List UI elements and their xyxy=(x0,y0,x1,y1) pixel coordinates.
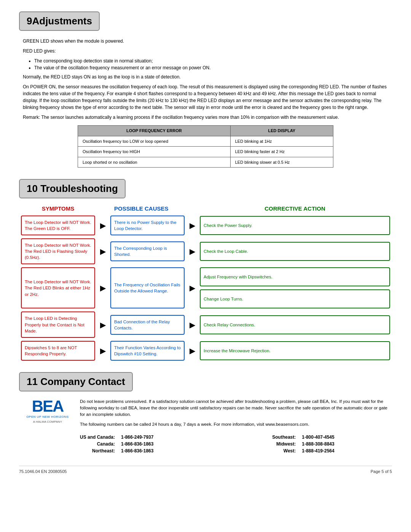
halma-text: A HALMA COMPANY xyxy=(33,420,62,423)
arrow-1b: ▶ xyxy=(185,221,200,230)
phone-label-ca: Canada: xyxy=(23,441,118,447)
company-para1: Do not leave problems unresolved. If a s… xyxy=(80,398,388,418)
table-row: Oscillation frequency too HIGH LED blink… xyxy=(78,147,333,157)
red-led-bullet-2: The value of the oscillation frequency m… xyxy=(34,64,388,71)
arrow-4b: ▶ xyxy=(185,320,200,329)
table-cell: LED blinking faster at 2 Hz xyxy=(230,147,333,157)
arrow-2a: ▶ xyxy=(95,247,110,256)
correction-box-3b: Change Loop Turns. xyxy=(200,289,390,308)
phone-label-se: Southeast: xyxy=(230,434,299,441)
correction-box-1: Check the Power Supply. xyxy=(200,216,390,235)
table-cell: LED blinking slower at 0.5 Hz xyxy=(230,157,333,168)
symptom-box-1: The Loop Detector will NOT Work. The Gre… xyxy=(21,216,95,235)
red-led-bullets: The corresponding loop detection state i… xyxy=(34,58,388,71)
phone-label-mw: Midwest: xyxy=(230,441,299,447)
phone-row: Northeast: 1-866-836-1863 West: 1-888-41… xyxy=(23,447,388,454)
section-11: 11 Company Contact BEA OPEN UP NEW HORIZ… xyxy=(19,372,392,454)
phone-number-west: 1-888-419-2564 xyxy=(299,447,388,454)
company-top: BEA OPEN UP NEW HORIZONS A HALMA COMPANY… xyxy=(23,398,388,428)
cause-box-4: Bad Connection of the Relay Contacts. xyxy=(110,315,185,335)
correction-header: CORRECTIVE ACTION xyxy=(200,205,390,212)
cause-box-3: The Frequency of Oscillation Fails Outsi… xyxy=(110,267,185,308)
troubleshooting-content: SYMPTOMS POSSIBLE CAUSES CORRECTIVE ACTI… xyxy=(19,205,392,361)
arrow-4a: ▶ xyxy=(95,320,110,329)
symptom-box-5: Dipswiches 5 to 8 are NOT Responding Pro… xyxy=(21,341,95,361)
section-11-header: 11 Company Contact xyxy=(19,372,133,391)
phone-number-ne: 1-866-836-1863 xyxy=(118,447,207,454)
table-row: Oscillation frequency too LOW or loop op… xyxy=(78,136,333,147)
symptom-box-3: The Loop Detector will NOT Work. The Red… xyxy=(21,267,95,308)
symptoms-header: SYMPTOMS xyxy=(21,205,95,212)
arrow-spacer-1 xyxy=(95,205,110,212)
symptom-box-4: The Loop LED is Detecting Properly but t… xyxy=(21,312,95,337)
table-cell: Loop shorted or no oscillation xyxy=(78,157,231,168)
red-led-bullet-1: The corresponding loop detection state i… xyxy=(34,58,388,64)
phone-number-se: 1-800-407-4545 xyxy=(299,434,388,441)
phone-row: Canada: 1-866-836-1863 Midwest: 1-888-30… xyxy=(23,441,388,447)
trouble-row-5: Dipswiches 5 to 8 are NOT Responding Pro… xyxy=(21,341,390,361)
correction-box-3a: Adjust Frequency with Dipswitches. xyxy=(200,267,390,286)
cause-box-1: There is no Power Supply to the Loop Det… xyxy=(110,216,185,235)
phone-table: US and Canada: 1-866-249-7937 Southeast:… xyxy=(23,434,388,454)
table-row: Loop shorted or no oscillation LED blink… xyxy=(78,157,333,168)
bea-tagline: OPEN UP NEW HORIZONS xyxy=(26,415,68,419)
red-led-label: RED LED gives: xyxy=(23,48,388,54)
company-description: Do not leave problems unresolved. If a s… xyxy=(80,398,388,428)
phone-label-west: West: xyxy=(230,447,299,454)
section-10-title: 10 Troubleshooting xyxy=(27,183,118,195)
company-contact-content: BEA OPEN UP NEW HORIZONS A HALMA COMPANY… xyxy=(19,398,392,454)
table-cell: Oscillation frequency too LOW or loop op… xyxy=(78,136,231,147)
phone-number-ca: 1-866-836-1863 xyxy=(118,441,207,447)
arrow-spacer-2 xyxy=(185,205,200,212)
section-10-header: 10 Troubleshooting xyxy=(19,179,126,198)
trouble-header-row: SYMPTOMS POSSIBLE CAUSES CORRECTIVE ACTI… xyxy=(21,205,390,212)
arrow-3a: ▶ xyxy=(95,267,110,308)
section-9: 9Adjustments GREEN LED shows when the mo… xyxy=(19,11,392,168)
footer-right: Page 5 of 5 xyxy=(371,469,392,474)
cause-box-2: The Corresponding Loop is Shorted. xyxy=(110,241,185,261)
section-9-header: 9Adjustments xyxy=(19,11,100,31)
table-cell: Oscillation frequency too HIGH xyxy=(78,147,231,157)
causes-header: POSSIBLE CAUSES xyxy=(110,205,185,212)
footer-left: 75.1046.04 EN 20080505 xyxy=(19,469,67,474)
trouble-row-3: The Loop Detector will NOT Work. The Red… xyxy=(21,267,390,308)
phone-number-mw: 1-888-308-8843 xyxy=(299,441,388,447)
phone-row: US and Canada: 1-866-249-7937 Southeast:… xyxy=(23,434,388,441)
symptom-box-2: The Loop Detector will NOT Work. The Red… xyxy=(21,238,95,264)
trouble-row-4: The Loop LED is Detecting Properly but t… xyxy=(21,312,390,337)
company-para2: The following numbers can be called 24 h… xyxy=(80,421,388,428)
correction-multi-3: Adjust Frequency with Dipswitches. Chang… xyxy=(200,267,390,308)
section-9-title: 9 xyxy=(27,15,32,27)
power-on-text: On POWER ON, the sensor measures the osc… xyxy=(23,83,388,111)
correction-box-4: Check Relay Connections. xyxy=(200,315,390,334)
trouble-row-2: The Loop Detector will NOT Work. The Red… xyxy=(21,238,390,264)
table-col1-header: Loop Frequency Error xyxy=(78,126,231,136)
table-col2-header: LED Display xyxy=(230,126,333,136)
normal-text: Normally, the RED LED stays ON as long a… xyxy=(23,73,388,80)
bea-logo-text: BEA xyxy=(32,398,64,414)
frequency-table: Loop Frequency Error LED Display Oscilla… xyxy=(78,125,333,168)
cause-box-5: Their Function Varies According to Dipsw… xyxy=(110,341,185,361)
phone-label-us: US and Canada: xyxy=(23,434,118,441)
arrow-1a: ▶ xyxy=(95,221,110,230)
arrow-2b: ▶ xyxy=(185,247,200,256)
trouble-row-1: The Loop Detector will NOT Work. The Gre… xyxy=(21,216,390,235)
correction-box-5: Increase the Mircowave Rejection. xyxy=(200,341,390,360)
phone-number-us: 1-866-249-7937 xyxy=(118,434,207,441)
footer: 75.1046.04 EN 20080505 Page 5 of 5 xyxy=(19,466,392,474)
section-10: 10 Troubleshooting SYMPTOMS POSSIBLE CAU… xyxy=(19,179,392,361)
remark-text: Remark: The sensor launches automaticall… xyxy=(23,114,388,121)
adjustments-content: GREEN LED shows when the module is power… xyxy=(19,38,392,168)
table-cell: LED blinking at 1Hz xyxy=(230,136,333,147)
arrow-5a: ▶ xyxy=(95,346,110,355)
arrow-3b: ▶ xyxy=(185,267,200,308)
correction-box-2: Check the Loop Cable. xyxy=(200,242,390,261)
arrow-5b: ▶ xyxy=(185,346,200,355)
phone-label-ne: Northeast: xyxy=(23,447,118,454)
green-led-text: GREEN LED shows when the module is power… xyxy=(23,38,388,45)
bea-logo: BEA OPEN UP NEW HORIZONS A HALMA COMPANY xyxy=(23,398,72,428)
section-11-title: 11 Company Contact xyxy=(27,376,125,388)
section-9-title-text: Adjustments xyxy=(32,15,92,27)
